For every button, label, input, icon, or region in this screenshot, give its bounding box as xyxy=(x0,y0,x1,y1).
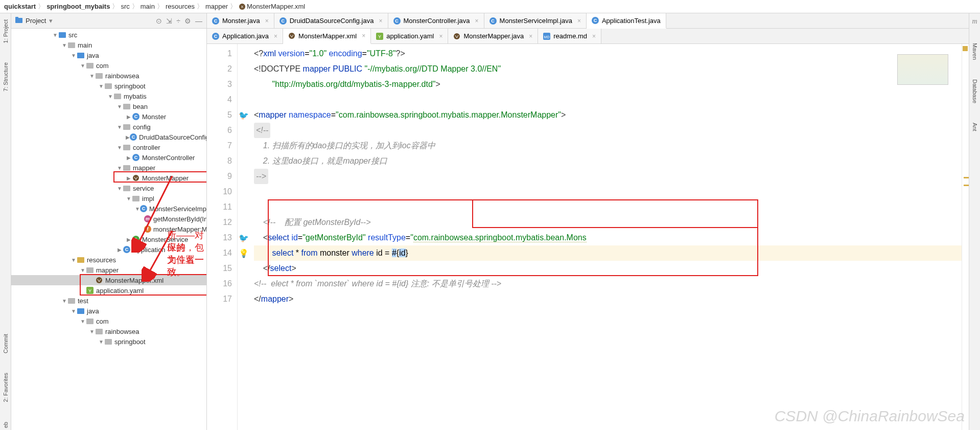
close-icon[interactable]: × xyxy=(362,32,365,39)
code-line[interactable] xyxy=(254,184,962,199)
tree-item[interactable]: ▼CMonsterServiceImpl xyxy=(11,203,206,214)
close-icon[interactable]: × xyxy=(379,17,382,25)
code-line[interactable]: <!DOCTYPE mapper PUBLIC "-//mybatis.org/… xyxy=(254,61,962,77)
bc-6[interactable]: MonsterMapper.xml xyxy=(247,3,305,10)
gutter-icon[interactable] xyxy=(238,123,250,138)
hide-icon[interactable]: — xyxy=(195,17,202,25)
gutter-icon[interactable] xyxy=(238,46,250,61)
close-icon[interactable]: × xyxy=(439,33,442,40)
rail-database[interactable]: Database xyxy=(972,77,978,105)
code-line[interactable]: 1. 扫描所有的dao接口的实现，加入到ioc容器中 xyxy=(254,138,962,153)
code-line[interactable]: 2. 这里dao接口，就是mapper接口 xyxy=(254,153,962,169)
expand-arrow-icon[interactable]: ▶ xyxy=(126,236,132,242)
tree-item[interactable]: ▼com xyxy=(11,316,206,326)
close-icon[interactable]: × xyxy=(265,17,269,25)
close-icon[interactable]: × xyxy=(592,33,596,40)
expand-arrow-icon[interactable]: ▼ xyxy=(116,124,123,130)
tree-item[interactable]: ▼springboot xyxy=(11,336,206,347)
rail-favorites[interactable]: 2: Favorites xyxy=(3,371,9,404)
editor-tab[interactable]: MonsterMapper.java× xyxy=(448,29,538,43)
tree-item[interactable]: ▶CApplication xyxy=(11,244,206,255)
tree-item[interactable]: ▼bean xyxy=(11,101,206,111)
tree-item[interactable]: ▼com xyxy=(11,60,206,71)
tree-item[interactable]: ▼rainbowsea xyxy=(11,71,206,81)
expand-arrow-icon[interactable]: ▼ xyxy=(135,206,140,212)
expand-arrow-icon[interactable]: ▼ xyxy=(116,144,123,150)
tree-item[interactable]: ▼src xyxy=(11,30,206,40)
expand-arrow-icon[interactable]: ▼ xyxy=(71,257,77,263)
expand-arrow-icon[interactable] xyxy=(89,277,95,283)
code-line[interactable]: <!-- xyxy=(254,123,270,138)
code-line[interactable]: select * from monster where id = #{id} xyxy=(254,245,962,261)
rail-project[interactable]: 1: Project xyxy=(3,17,9,45)
tree-item[interactable]: ▼main xyxy=(11,40,206,50)
gutter-icon[interactable] xyxy=(238,92,250,107)
rail-eb[interactable]: eb xyxy=(3,420,9,430)
expand-arrow-icon[interactable] xyxy=(80,287,86,293)
editor-tab[interactable]: CApplicationTest.java xyxy=(587,13,666,29)
tree-item[interactable]: Yapplication.yaml xyxy=(11,285,206,296)
editor-tab[interactable]: CMonsterController.java× xyxy=(388,13,484,28)
editor-tab[interactable]: CMonster.java× xyxy=(207,13,274,28)
gutter-icon[interactable] xyxy=(238,153,250,169)
expand-arrow-icon[interactable]: ▼ xyxy=(116,103,123,109)
expand-arrow-icon[interactable]: ▶ xyxy=(126,114,132,120)
expand-arrow-icon[interactable]: ▼ xyxy=(61,42,67,48)
code-line[interactable]: </mapper> xyxy=(254,291,962,307)
gutter-icon[interactable] xyxy=(238,261,250,276)
gutter-icon[interactable] xyxy=(238,184,250,199)
code-line[interactable]: <?xml version="1.0" encoding="UTF-8"?> xyxy=(254,46,962,61)
gutter-icon[interactable] xyxy=(238,215,250,230)
tree-item[interactable]: ▼service xyxy=(11,183,206,193)
tree-item[interactable]: ▶CMonster xyxy=(11,111,206,122)
gutter-icon[interactable] xyxy=(238,77,250,92)
expand-arrow-icon[interactable]: ▼ xyxy=(61,298,67,304)
tree-item[interactable]: fmonsterMapper:M xyxy=(11,224,206,234)
gutter-icon[interactable] xyxy=(238,138,250,153)
tree-item[interactable]: ▼config xyxy=(11,122,206,132)
tree-item[interactable]: ▶IMonsterService xyxy=(11,234,206,244)
tree-item[interactable]: ▶CMonsterController xyxy=(11,152,206,163)
expand-arrow-icon[interactable]: ▶ xyxy=(116,246,123,253)
expand-arrow-icon[interactable]: ▼ xyxy=(80,318,86,324)
bc-5[interactable]: mapper xyxy=(205,3,228,10)
expand-arrow-icon[interactable]: ▶ xyxy=(126,154,132,161)
tree-item[interactable]: ▼java xyxy=(11,306,206,316)
editor-tab[interactable]: CApplication.java× xyxy=(207,29,283,43)
expand-arrow-icon[interactable]: ▶ xyxy=(126,175,132,181)
code-area[interactable]: <?xml version="1.0" encoding="UTF-8"?><!… xyxy=(250,44,962,430)
expand-arrow-icon[interactable]: ▼ xyxy=(89,73,95,79)
editor-tab[interactable]: MonsterMapper.xml× xyxy=(283,29,371,44)
expand-all-icon[interactable]: ⇲ xyxy=(166,17,172,25)
editor-tab[interactable]: CDruidDataSourceConfig.java× xyxy=(274,13,388,28)
code-line[interactable]: </select> xyxy=(254,261,962,276)
expand-arrow-icon[interactable]: ▼ xyxy=(126,195,132,201)
expand-arrow-icon[interactable]: ▼ xyxy=(116,165,123,171)
gutter-icon[interactable] xyxy=(238,61,250,77)
bc-4[interactable]: resources xyxy=(166,3,195,10)
rail-maven[interactable]: Maven xyxy=(972,41,978,62)
editor-tab[interactable]: CMonsterServiceImpl.java× xyxy=(484,13,587,28)
select-opened-icon[interactable]: ⊙ xyxy=(156,17,162,25)
rail-ant[interactable]: Ant xyxy=(972,121,978,133)
close-icon[interactable]: × xyxy=(274,33,277,40)
gutter-icon[interactable] xyxy=(238,276,250,291)
bc-3[interactable]: main xyxy=(141,3,155,10)
bc-2[interactable]: src xyxy=(121,3,129,10)
tree-item[interactable]: mgetMonsterById(In xyxy=(11,214,206,224)
tree-item[interactable]: ▼resources xyxy=(11,255,206,265)
expand-arrow-icon[interactable]: ▼ xyxy=(98,83,104,89)
tree-item[interactable]: ▼impl xyxy=(11,193,206,203)
rail-commit[interactable]: Commit xyxy=(3,332,9,355)
bc-1[interactable]: springboot_mybaits xyxy=(46,3,110,10)
settings-icon[interactable]: ⚙ xyxy=(184,17,191,25)
tree-item[interactable]: ▼springboot xyxy=(11,81,206,91)
close-icon[interactable]: × xyxy=(529,33,532,40)
gutter-icon[interactable] xyxy=(238,291,250,307)
tree-item[interactable]: ▼test xyxy=(11,296,206,306)
expand-arrow-icon[interactable]: ▼ xyxy=(52,32,58,38)
bc-0[interactable]: quickstart xyxy=(4,3,36,10)
code-line[interactable] xyxy=(254,92,962,107)
expand-arrow-icon[interactable]: ▼ xyxy=(98,338,104,345)
tree-item[interactable]: ▼mapper xyxy=(11,163,206,173)
